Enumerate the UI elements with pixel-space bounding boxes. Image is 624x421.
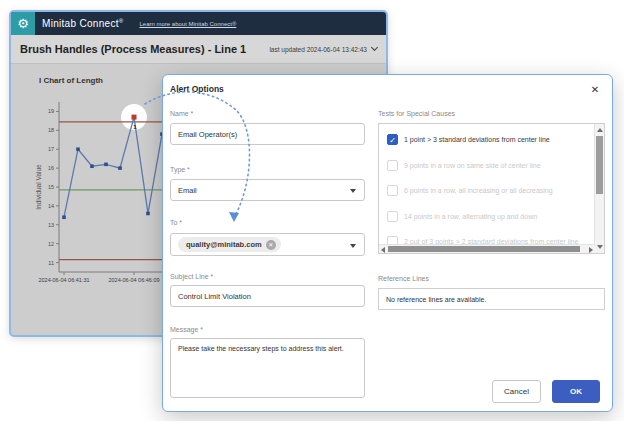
learn-more-link[interactable]: Learn more about Minitab Connect® xyxy=(140,21,237,27)
vertical-scrollbar[interactable] xyxy=(594,124,604,253)
svg-text:11: 11 xyxy=(48,260,54,266)
brand-title: Minitab Connect® xyxy=(42,18,124,29)
scroll-down-icon[interactable] xyxy=(597,245,603,249)
reference-lines-box: No reference lines are available. xyxy=(378,288,605,310)
horizontal-scrollbar[interactable] xyxy=(379,244,595,253)
tests-listbox: ✓1 point > 3 standard deviations from ce… xyxy=(378,123,605,254)
message-textarea[interactable]: Please take the necessary steps to addre… xyxy=(170,338,365,398)
ok-button[interactable]: OK xyxy=(552,380,600,403)
svg-text:17: 17 xyxy=(48,146,54,152)
sync-gear-icon: ⚙ xyxy=(17,17,29,30)
checkbox-checked-icon[interactable]: ✓ xyxy=(387,134,398,145)
test-option-3: 6 points in a row, all increasing or all… xyxy=(379,185,584,196)
test-option-4: 14 points in a row, alternating up and d… xyxy=(379,211,584,222)
checkbox-icon xyxy=(387,160,398,171)
page-title: Brush Handles (Process Measures) - Line … xyxy=(20,43,246,55)
test-option-label: 14 points in a row, alternating up and d… xyxy=(404,211,584,221)
checkbox-icon xyxy=(387,211,398,222)
close-icon[interactable]: ✕ xyxy=(587,81,603,97)
scroll-up-icon[interactable] xyxy=(597,128,603,132)
svg-text:16: 16 xyxy=(48,165,54,171)
type-label: Type * xyxy=(170,166,190,173)
subject-label: Subject Line * xyxy=(170,273,213,280)
tests-label: Tests for Special Causes xyxy=(378,110,455,117)
test-option-1[interactable]: ✓1 point > 3 standard deviations from ce… xyxy=(379,134,584,145)
last-updated-text: last updated 2024-06-04 13:42:43 xyxy=(269,46,367,53)
chevron-down-icon xyxy=(371,44,378,51)
test-option-label: 1 point > 3 standard deviations from cen… xyxy=(404,134,584,144)
type-value: Email xyxy=(178,186,197,195)
svg-text:19: 19 xyxy=(48,108,54,114)
dropdown-caret-icon xyxy=(350,189,356,193)
cancel-button[interactable]: Cancel xyxy=(492,380,541,403)
remove-recipient-icon[interactable]: ✕ xyxy=(266,240,276,250)
dialog-title: Alert Options xyxy=(170,84,224,94)
svg-text:Individual Value: Individual Value xyxy=(35,164,42,210)
scroll-left-icon[interactable] xyxy=(381,247,385,253)
test-option-2: 9 points in a row on same side of center… xyxy=(379,160,584,171)
svg-text:18: 18 xyxy=(48,127,54,133)
svg-text:2024-06-04 06:46:09: 2024-06-04 06:46:09 xyxy=(108,277,159,283)
test-option-label: 6 points in a row, all increasing or all… xyxy=(404,185,584,195)
scroll-right-icon[interactable] xyxy=(589,247,593,253)
svg-text:13: 13 xyxy=(48,222,54,228)
svg-text:12: 12 xyxy=(48,241,54,247)
name-input[interactable] xyxy=(170,123,365,145)
top-navbar: ⚙ Minitab Connect® Learn more about Mini… xyxy=(11,12,386,35)
recipient-email: quality@minitab.com xyxy=(186,240,262,249)
name-label: Name * xyxy=(170,110,193,117)
reference-lines-empty-text: No reference lines are available. xyxy=(386,296,486,303)
page-titlebar: Brush Handles (Process Measures) - Line … xyxy=(11,35,386,64)
minitab-connect-logo: ⚙ xyxy=(11,12,35,35)
last-updated-dropdown[interactable]: last updated 2024-06-04 13:42:43 xyxy=(269,46,377,53)
vertical-scroll-thumb[interactable] xyxy=(596,136,603,194)
horizontal-scroll-thumb[interactable] xyxy=(388,246,580,252)
subject-input[interactable] xyxy=(170,285,365,307)
to-select[interactable]: quality@minitab.com ✕ xyxy=(170,233,365,256)
svg-text:14: 14 xyxy=(48,203,54,209)
page: ⚙ Minitab Connect® Learn more about Mini… xyxy=(0,0,624,421)
dropdown-caret-icon xyxy=(350,244,356,248)
alert-options-dialog: Alert Options ✕ Name * Type * Email To *… xyxy=(162,74,613,412)
message-label: Message * xyxy=(170,326,203,333)
checkbox-icon xyxy=(387,185,398,196)
to-label: To * xyxy=(170,219,182,226)
reference-lines-label: Reference Lines xyxy=(378,275,429,282)
svg-text:2024-06-04 06:41:31: 2024-06-04 06:41:31 xyxy=(38,277,89,283)
type-select[interactable]: Email xyxy=(170,179,365,201)
test-option-label: 9 points in a row on same side of center… xyxy=(404,160,584,170)
svg-text:15: 15 xyxy=(48,184,54,190)
recipient-chip: quality@minitab.com ✕ xyxy=(178,237,281,252)
